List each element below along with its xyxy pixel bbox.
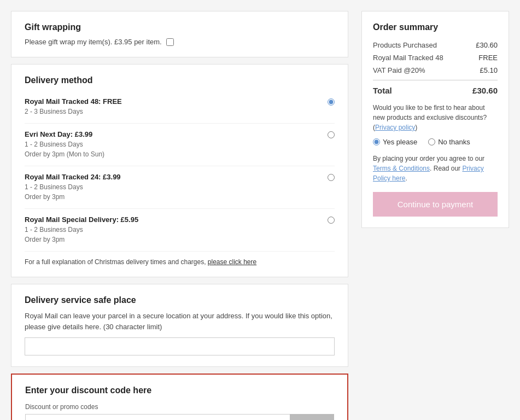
delivery-option-1-sub: 2 - 3 Business Days — [25, 107, 122, 116]
order-row-shipping-label: Royal Mail Tracked 48 — [373, 54, 443, 62]
discount-input[interactable] — [25, 414, 290, 420]
delivery-christmas-note: For a full explanation of Christmas deli… — [25, 258, 335, 266]
discount-label: Discount or promo codes — [25, 403, 334, 411]
delivery-option-2-sub: 1 - 2 Business DaysOrder by 3pm (Mon to … — [25, 139, 104, 159]
newsletter-options: Yes please No thanks — [373, 138, 498, 146]
delivery-option-1-radio[interactable] — [328, 98, 335, 106]
discount-section: Enter your discount code here Discount o… — [11, 374, 348, 420]
order-total-row: Total £30.60 — [373, 86, 498, 95]
delivery-option-2-radio[interactable] — [328, 131, 335, 138]
delivery-option-3-sub: 1 - 2 Business DaysOrder by 3pm — [25, 182, 121, 202]
safe-place-title: Delivery service safe place — [25, 295, 335, 305]
delivery-option-4: Royal Mail Special Delivery: £5.95 1 - 2… — [25, 209, 335, 252]
delivery-option-3: Royal Mail Tracked 24: £3.99 1 - 2 Busin… — [25, 166, 335, 209]
continue-to-payment-button[interactable]: Continue to payment — [373, 192, 498, 217]
delivery-option-4-radio[interactable] — [328, 217, 335, 224]
delivery-title: Delivery method — [25, 75, 335, 85]
order-total-label: Total — [373, 86, 392, 95]
order-row-products-value: £30.60 — [476, 41, 498, 49]
delivery-option-3-name: Royal Mail Tracked 24: £3.99 — [25, 173, 121, 181]
order-divider — [373, 80, 498, 80]
safe-place-input[interactable] — [25, 337, 335, 355]
newsletter-text: Would you like to be first to hear about… — [373, 103, 498, 132]
delivery-section: Delivery method Royal Mail Tracked 48: F… — [11, 64, 348, 277]
gift-wrapping-section: Gift wrapping Please gift wrap my item(s… — [11, 11, 348, 57]
newsletter-no-radio[interactable] — [428, 138, 435, 145]
order-row-vat-label: VAT Paid @20% — [373, 66, 425, 74]
order-row-shipping: Royal Mail Tracked 48 FREE — [373, 54, 498, 62]
newsletter-yes-radio[interactable] — [373, 138, 380, 145]
newsletter-no-label[interactable]: No thanks — [428, 138, 470, 146]
delivery-option-2-name: Evri Next Day: £3.99 — [25, 130, 104, 138]
delivery-christmas-link[interactable]: please click here — [208, 258, 256, 266]
discount-row: Apply — [25, 414, 334, 420]
delivery-option-1-name: Royal Mail Tracked 48: FREE — [25, 97, 122, 106]
gift-wrap-label[interactable]: Please gift wrap my item(s). £3.95 per i… — [25, 38, 335, 46]
terms-link[interactable]: Terms & Conditions — [373, 165, 430, 172]
gift-wrapping-title: Gift wrapping — [25, 22, 335, 32]
delivery-option-4-name: Royal Mail Special Delivery: £5.95 — [25, 215, 138, 224]
order-row-vat: VAT Paid @20% £5.10 — [373, 66, 498, 74]
delivery-option-3-radio[interactable] — [328, 174, 335, 181]
delivery-option-4-sub: 1 - 2 Business DaysOrder by 3pm — [25, 225, 138, 244]
order-row-vat-value: £5.10 — [480, 66, 498, 74]
apply-button[interactable]: Apply — [290, 414, 334, 420]
order-row-products-label: Products Purchased — [373, 41, 437, 49]
order-total-value: £30.60 — [472, 86, 498, 95]
discount-title: Enter your discount code here — [25, 386, 334, 395]
delivery-option-1: Royal Mail Tracked 48: FREE 2 - 3 Busine… — [25, 91, 335, 124]
safe-place-section: Delivery service safe place Royal Mail c… — [11, 284, 348, 367]
order-summary-panel: Order summary Products Purchased £30.60 … — [361, 11, 509, 228]
order-summary-title: Order summary — [373, 22, 498, 32]
safe-place-text: Royal Mail can leave your parcel in a se… — [25, 311, 335, 332]
privacy-policy-link[interactable]: Privacy policy — [375, 124, 415, 131]
order-row-products: Products Purchased £30.60 — [373, 41, 498, 49]
terms-text: By placing your order you agree to our T… — [373, 154, 498, 183]
newsletter-yes-label[interactable]: Yes please — [373, 138, 417, 146]
order-row-shipping-value: FREE — [478, 54, 498, 62]
gift-wrap-checkbox[interactable] — [166, 38, 174, 46]
delivery-option-2: Evri Next Day: £3.99 1 - 2 Business Days… — [25, 124, 335, 166]
